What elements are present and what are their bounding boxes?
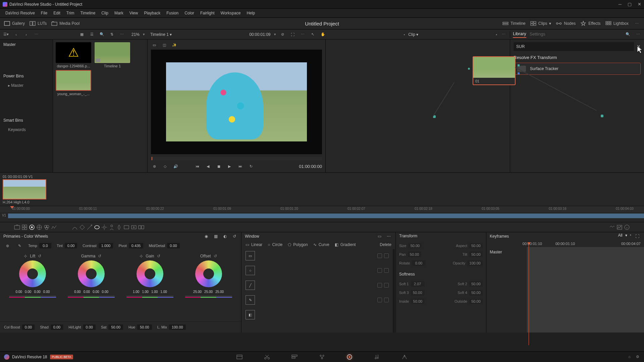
- more-icon[interactable]: ⋯: [633, 20, 640, 27]
- expand-icon[interactable]: ⛶: [289, 31, 296, 38]
- panel-menu-icon[interactable]: ☰▾: [3, 31, 9, 38]
- viewer-opts-icon[interactable]: ⋯: [300, 31, 306, 38]
- maximize-button[interactable]: ▢: [628, 2, 632, 7]
- first-frame-icon[interactable]: ⏮: [194, 163, 201, 170]
- rotate-value[interactable]: 0.00: [412, 260, 425, 266]
- blur-icon[interactable]: [115, 224, 123, 231]
- wheels-icon[interactable]: [28, 224, 36, 231]
- viewer-canvas[interactable]: [151, 50, 322, 154]
- menu-fusion[interactable]: Fusion: [164, 9, 181, 17]
- lmix-value[interactable]: 100.00: [169, 324, 186, 330]
- mini-timeline-ruler[interactable]: 01:00:00:00 01:00:00:11 01:00:00:22 01:0…: [0, 206, 644, 212]
- color-match-icon[interactable]: [21, 224, 28, 231]
- scopes-icon[interactable]: [616, 224, 623, 231]
- color-page-icon[interactable]: [346, 353, 353, 361]
- menu-playback[interactable]: Playback: [141, 9, 163, 17]
- dots2-icon[interactable]: ⋯: [119, 31, 125, 38]
- menu-help[interactable]: Help: [244, 9, 258, 17]
- shape-row-rect[interactable]: ▭: [246, 251, 389, 260]
- stop-icon[interactable]: ◼: [215, 163, 222, 170]
- dots-icon[interactable]: ⋯: [33, 31, 40, 38]
- gamma-wheel[interactable]: [78, 260, 105, 287]
- cut-page-icon[interactable]: [263, 353, 271, 361]
- shape-row-grad[interactable]: ◧: [246, 310, 389, 319]
- hand-icon[interactable]: ✋: [320, 31, 326, 38]
- mute-icon[interactable]: 🔊: [172, 163, 179, 170]
- view-thumb-icon[interactable]: ▦: [78, 31, 85, 38]
- view-list-icon[interactable]: ☰: [89, 31, 95, 38]
- hilight-value[interactable]: 0.00: [83, 324, 96, 330]
- search-clear-icon[interactable]: ✕: [637, 44, 641, 49]
- tracker-icon[interactable]: [101, 224, 108, 231]
- nav-back-icon[interactable]: ‹: [13, 31, 19, 38]
- 3d-icon[interactable]: [138, 224, 145, 231]
- curve-shape-button[interactable]: ∿Curve: [313, 242, 329, 247]
- qualifier-icon[interactable]: [86, 224, 93, 231]
- node-01[interactable]: 01: [473, 56, 516, 85]
- shape-row-pen[interactable]: ✎: [246, 295, 389, 305]
- fairlight-page-icon[interactable]: [373, 353, 381, 361]
- sort-icon[interactable]: ⇅: [109, 31, 115, 38]
- polygon-shape-button[interactable]: ⬠Polygon: [288, 242, 308, 247]
- auto-balance-icon[interactable]: ⊛: [4, 242, 11, 249]
- library-tab[interactable]: Library: [513, 31, 526, 38]
- viewer-scrubber[interactable]: [151, 157, 322, 160]
- bypass-icon[interactable]: ⊘: [279, 31, 286, 38]
- node-graph[interactable]: 01: [325, 40, 510, 172]
- timeline-select[interactable]: Timeline 1 ▾: [150, 32, 172, 37]
- lib-search-icon[interactable]: 🔍: [625, 31, 631, 38]
- camera-raw-icon[interactable]: [13, 224, 21, 231]
- media-page-icon[interactable]: [236, 353, 243, 361]
- lift-reset-icon[interactable]: ↺: [38, 254, 41, 258]
- unmix-icon[interactable]: ◇: [162, 163, 168, 170]
- thumb-clip[interactable]: young_woman_-_...: [56, 70, 91, 96]
- library-search-input[interactable]: [514, 42, 634, 51]
- kf-master[interactable]: Master: [490, 250, 502, 254]
- keyframe-track[interactable]: [527, 247, 644, 333]
- pivot-value[interactable]: 0.435: [129, 243, 144, 248]
- lift-wheel[interactable]: [19, 260, 46, 287]
- clips-toggle[interactable]: Clips▾: [530, 21, 551, 26]
- shape-row-line[interactable]: ╱: [246, 281, 389, 290]
- gradient-shape-button[interactable]: ◧Gradient: [335, 242, 356, 247]
- tint-value[interactable]: 0.00: [65, 243, 77, 248]
- thumb-danger[interactable]: danger-1294866.p...: [56, 42, 91, 68]
- lift-picker-icon[interactable]: ⊹: [24, 254, 27, 258]
- mediapool-toggle[interactable]: Media Pool: [51, 21, 79, 26]
- lightbox-toggle[interactable]: Lightbox: [605, 21, 629, 26]
- lib-opts-icon[interactable]: ⋯: [635, 31, 641, 38]
- power-bins[interactable]: Power Bins: [3, 74, 49, 78]
- zoom-percent[interactable]: 21%: [131, 32, 140, 37]
- project-settings-icon[interactable]: ⚙: [636, 355, 639, 359]
- clip-thumb[interactable]: 01 00:00:01:09 V1 H.264 High L4.0: [3, 175, 46, 204]
- minimize-button[interactable]: ─: [619, 2, 622, 7]
- offset-wheel[interactable]: [195, 260, 222, 287]
- offset-reset-icon[interactable]: ↺: [214, 254, 217, 258]
- window-preset-icon[interactable]: ▭: [376, 233, 383, 240]
- master-bin[interactable]: Master: [3, 42, 49, 47]
- mini-timeline-track[interactable]: [8, 214, 644, 218]
- curves-icon[interactable]: [71, 224, 78, 231]
- aspect-value[interactable]: 50.00: [469, 243, 483, 248]
- rgb-mixer-icon[interactable]: [43, 224, 50, 231]
- gain-picker-icon[interactable]: ⊹: [140, 254, 143, 258]
- menu-color[interactable]: Color: [182, 9, 197, 17]
- linear-shape-button[interactable]: ▭Linear: [246, 242, 262, 247]
- gain-reset-icon[interactable]: ↺: [157, 254, 160, 258]
- viewer-timecode[interactable]: 00:00:01:09: [249, 32, 270, 37]
- motion-icon[interactable]: [50, 224, 58, 231]
- window-opts-icon[interactable]: ⋯: [385, 233, 392, 240]
- last-frame-icon[interactable]: ⏭: [237, 163, 244, 170]
- shad-value[interactable]: 0.00: [51, 324, 63, 330]
- picker-icon[interactable]: ✎: [16, 242, 23, 249]
- wheels-mode-icon[interactable]: ◉: [203, 233, 210, 240]
- fusion-page-icon[interactable]: [318, 353, 326, 361]
- hdr-icon[interactable]: [36, 224, 43, 231]
- pointer-icon[interactable]: ↖: [310, 31, 316, 38]
- reset-primaries-icon[interactable]: ↺: [231, 233, 238, 240]
- keyframes-all[interactable]: All: [618, 233, 622, 240]
- nodes-toggle[interactable]: Nodes: [556, 21, 576, 26]
- nav-fwd-icon[interactable]: ›: [23, 31, 30, 38]
- smart-bins[interactable]: Smart Bins: [3, 118, 49, 123]
- window-icon[interactable]: [93, 224, 101, 231]
